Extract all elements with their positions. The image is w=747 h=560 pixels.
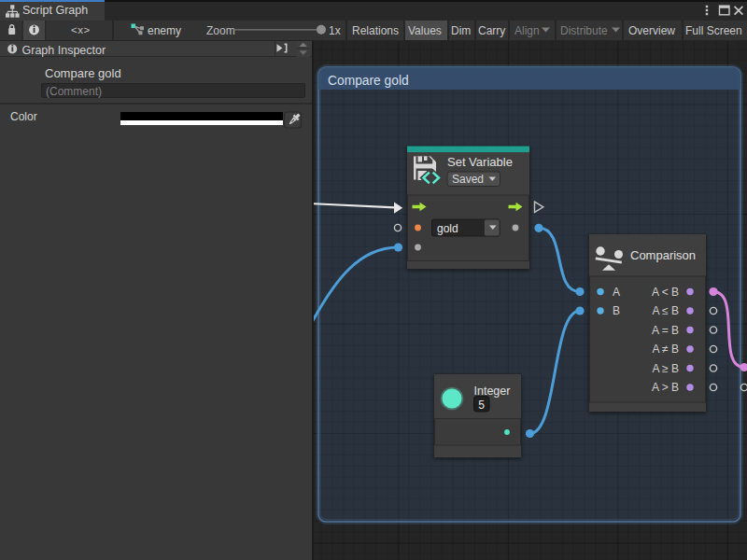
svg-text:A < B: A < B bbox=[652, 286, 679, 299]
svg-text:gold: gold bbox=[437, 222, 458, 235]
svg-text:Comparison: Comparison bbox=[630, 248, 696, 262]
svg-text:Set Variable: Set Variable bbox=[447, 155, 513, 169]
svg-text:Integer: Integer bbox=[474, 385, 511, 398]
svg-text:A: A bbox=[613, 286, 620, 299]
svg-text:A = B: A = B bbox=[652, 324, 679, 337]
svg-text:5: 5 bbox=[478, 399, 485, 412]
svg-text:A ≤ B: A ≤ B bbox=[652, 304, 679, 317]
svg-text:A ≠ B: A ≠ B bbox=[652, 343, 679, 356]
svg-text:<x>: <x> bbox=[71, 24, 91, 35]
svg-text:Compare gold: Compare gold bbox=[328, 74, 409, 88]
svg-text:A > B: A > B bbox=[652, 381, 679, 394]
svg-text:Saved: Saved bbox=[452, 173, 484, 186]
svg-text:B: B bbox=[613, 304, 620, 317]
svg-text:A ≥ B: A ≥ B bbox=[652, 362, 679, 375]
